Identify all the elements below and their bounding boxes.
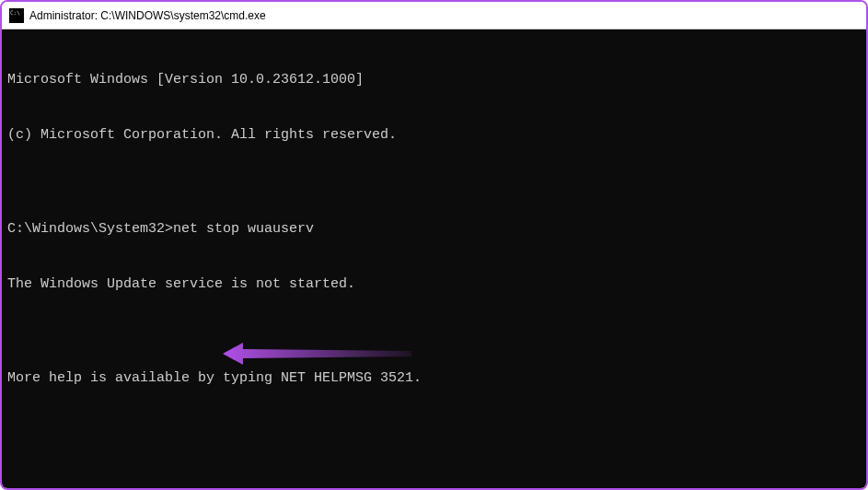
terminal-line: Microsoft Windows [Version 10.0.23612.10… <box>7 71 861 89</box>
annotation-arrow-icon <box>223 340 416 368</box>
terminal-line: More help is available by typing NET HEL… <box>7 369 861 388</box>
title-bar[interactable]: Administrator: C:\WINDOWS\system32\cmd.e… <box>2 2 866 29</box>
terminal-line: C:\Windows\System32>net stop wuauserv <box>7 220 861 239</box>
terminal-area[interactable]: Microsoft Windows [Version 10.0.23612.10… <box>2 29 866 488</box>
terminal-line: The Windows Update service is not starte… <box>7 275 861 294</box>
cmd-window: Administrator: C:\WINDOWS\system32\cmd.e… <box>2 2 866 488</box>
cmd-icon <box>9 8 24 23</box>
window-title: Administrator: C:\WINDOWS\system32\cmd.e… <box>29 9 859 22</box>
terminal-line: (c) Microsoft Corporation. All rights re… <box>7 126 861 145</box>
